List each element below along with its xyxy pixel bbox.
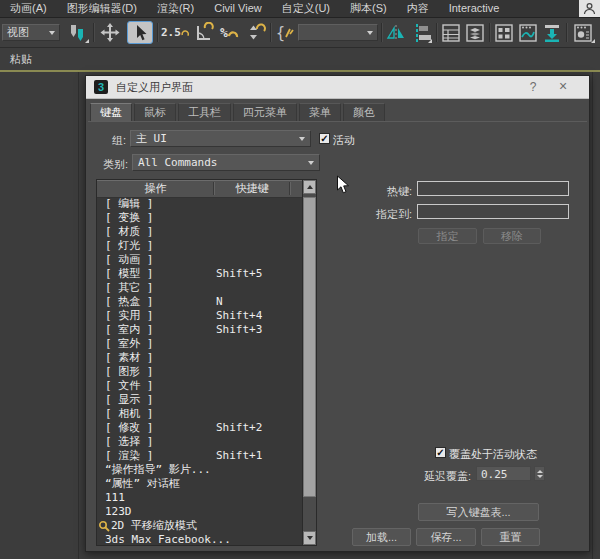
column-header-action[interactable]: 操作 (97, 180, 214, 197)
list-item[interactable]: 111 (97, 491, 303, 505)
sign-in-button[interactable] (579, 0, 600, 17)
edit-named-selection-sets-icon[interactable]: { (274, 21, 296, 44)
tab[interactable]: 键盘 (90, 103, 132, 121)
menu-item[interactable]: 渲染(R) (147, 0, 204, 17)
list-item[interactable]: [ 室外 ] (97, 337, 303, 351)
hotkey-input[interactable] (417, 181, 569, 196)
delay-label: 延迟覆盖: (409, 469, 471, 484)
select-arrow-icon (131, 24, 149, 42)
list-item[interactable]: [ 其它 ] (97, 281, 303, 295)
menu-item[interactable]: 动画(A) (0, 0, 57, 17)
delay-spinner[interactable] (534, 466, 545, 481)
list-item[interactable]: [ 灯光 ] (97, 239, 303, 253)
angle-snap-toggle-icon[interactable] (191, 21, 216, 44)
category-label: 类别: (88, 157, 128, 172)
list-item[interactable]: [ 修改 ] Shift+2 (97, 421, 303, 435)
group-dropdown[interactable]: 主 UI (130, 130, 311, 147)
spinner-snap-toggle-icon[interactable] (243, 21, 267, 44)
paste-label[interactable]: 粘贴 (10, 52, 32, 67)
column-header-hotkey[interactable]: 快捷键 (214, 180, 290, 197)
load-button[interactable]: 加载... (352, 528, 411, 546)
list-item[interactable]: “操作指导” 影片... (97, 463, 303, 477)
assign-button[interactable]: 指定 (418, 228, 477, 244)
list-item[interactable]: [ 动画 ] (97, 253, 303, 267)
caret-down-icon (299, 137, 305, 141)
list-item[interactable]: [ 变换 ] (97, 211, 303, 225)
curve-editor-icon[interactable] (517, 21, 539, 44)
list-item[interactable]: [ 选择 ] (97, 435, 303, 449)
list-item[interactable]: [ 室内 ] Shift+3 (97, 323, 303, 337)
caret-down-icon (308, 161, 314, 165)
assigned-to-label: 指定到: (348, 207, 412, 222)
dialog-titlebar[interactable]: 3 自定义用户界面 ? × (86, 76, 589, 99)
menu-bar: 动画(A)图形编辑器(D)渲染(R)Civil View自定义(U)脚本(S)内… (0, 0, 600, 18)
delay-value[interactable]: 0.25 (476, 466, 531, 481)
save-button[interactable]: 保存... (416, 528, 476, 546)
scroll-up-button[interactable] (303, 180, 316, 194)
active-checkbox[interactable]: ✓ (319, 133, 330, 144)
menu-item[interactable]: 图形编辑器(D) (57, 0, 147, 17)
scrollbar[interactable] (302, 180, 316, 545)
active-checkbox-label: 活动 (333, 133, 355, 148)
remove-button[interactable]: 移除 (483, 228, 541, 244)
list-item[interactable]: [ 模型 ] Shift+5 (97, 267, 303, 281)
percent-snap-toggle-icon[interactable]: % (217, 21, 242, 44)
spinner-down-icon[interactable] (537, 475, 543, 478)
assigned-to-input[interactable] (417, 204, 569, 219)
tab[interactable]: 四元菜单 (233, 103, 297, 121)
layer-manager-icon[interactable] (440, 21, 462, 44)
reset-button[interactable]: 重置 (481, 528, 540, 546)
main-toolbar: 视图 2.5 (0, 18, 600, 48)
list-header[interactable]: 操作 快捷键 (97, 180, 316, 198)
list-item[interactable]: [ 实用 ] Shift+4 (97, 309, 303, 323)
menu-item[interactable]: 自定义(U) (272, 0, 340, 17)
menu-item[interactable]: Civil View (204, 0, 271, 17)
align-icon[interactable] (409, 21, 433, 44)
list-item[interactable]: [ 素材 ] (97, 351, 303, 365)
quad-menu-strip: 粘贴 (0, 48, 600, 70)
list-item[interactable]: [ 文件 ] (97, 379, 303, 393)
scroll-thumb[interactable] (303, 197, 316, 497)
list-item[interactable]: [ 编辑 ] (97, 197, 303, 211)
overrides-active-label: 覆盖处于活动状态 (449, 447, 537, 462)
list-item[interactable]: [ 相机 ] (97, 407, 303, 421)
list-item[interactable]: [ 渲染 ] Shift+1 (97, 449, 303, 463)
mirror-icon[interactable] (385, 21, 407, 44)
list-item[interactable]: 2D 平移缩放模式 (97, 519, 303, 533)
list-item[interactable]: [ 显示 ] (97, 393, 303, 407)
right-panel-divider (592, 72, 593, 559)
list-item[interactable]: 3ds Max Facebook... (97, 533, 303, 545)
snap-toggle-2_5-icon[interactable]: 2.5 (161, 21, 189, 44)
list-item[interactable]: [ 材质 ] (97, 225, 303, 239)
view-dropdown[interactable]: 视图 (2, 24, 60, 41)
list-item[interactable]: “属性” 对话框 (97, 477, 303, 491)
spinner-up-icon[interactable] (537, 470, 543, 473)
select-and-move-icon[interactable] (97, 21, 123, 44)
ribbon-toggle-icon[interactable] (493, 21, 515, 44)
tab[interactable]: 鼠标 (134, 103, 176, 121)
list-item[interactable]: [ 图形 ] (97, 365, 303, 379)
menu-item[interactable]: 脚本(S) (340, 0, 397, 17)
tab[interactable]: 菜单 (299, 103, 341, 121)
tab[interactable]: 工具栏 (178, 103, 231, 121)
menu-item[interactable]: 内容 (397, 0, 439, 17)
material-editor-icon[interactable] (570, 21, 596, 44)
close-button[interactable]: × (555, 78, 571, 94)
caret-down-icon (367, 31, 373, 35)
menu-item[interactable]: Interactive (439, 0, 510, 17)
render-frame-icon[interactable] (541, 21, 563, 44)
list-item[interactable]: 123D (97, 505, 303, 519)
overrides-active-checkbox[interactable]: ✓ (435, 447, 446, 458)
list-item[interactable]: [ 热盒 ] N (97, 295, 303, 309)
customize-ui-dialog: 3 自定义用户界面 ? × 键盘鼠标工具栏四元菜单菜单颜色 组: 主 UI ✓ … (85, 75, 590, 552)
tab[interactable]: 颜色 (343, 103, 385, 121)
scroll-down-button[interactable] (303, 531, 316, 545)
category-dropdown[interactable]: All Commands (132, 154, 320, 171)
group-label: 组: (92, 133, 126, 148)
select-object-button[interactable] (127, 21, 153, 44)
scene-explorer-icon[interactable] (464, 21, 486, 44)
select-and-place-icon[interactable] (64, 21, 90, 44)
help-button[interactable]: ? (525, 79, 541, 95)
named-selection-dropdown[interactable] (298, 24, 378, 41)
write-keyboard-chart-button[interactable]: 写入键盘表... (418, 503, 539, 521)
